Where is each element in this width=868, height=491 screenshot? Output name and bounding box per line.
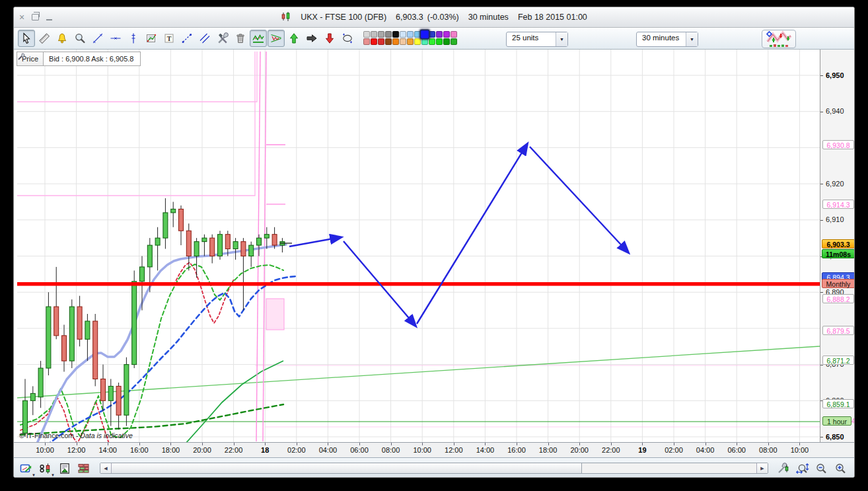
- chart-scrollbar[interactable]: ◀ ▶: [100, 463, 768, 474]
- drawn-arrow[interactable]: [289, 237, 341, 246]
- drawing-tools-button[interactable]: [214, 30, 231, 47]
- horizontal-line-button[interactable]: [107, 30, 124, 47]
- candle-down: [241, 242, 246, 256]
- time-tick-label: 06:00: [350, 446, 369, 454]
- drawn-arrow[interactable]: [530, 147, 628, 252]
- color-swatch[interactable]: [407, 31, 414, 38]
- color-swatch[interactable]: [414, 38, 421, 45]
- trash-button[interactable]: [232, 30, 249, 47]
- time-tick-label: 10:00: [413, 446, 431, 454]
- color-swatch[interactable]: [436, 31, 443, 38]
- time-tick: [359, 443, 360, 445]
- candle-style-button[interactable]: ▼: [37, 460, 54, 477]
- arrow-right-black-button[interactable]: [303, 30, 320, 47]
- vertical-line-button[interactable]: [125, 30, 142, 47]
- color-swatch[interactable]: [371, 31, 377, 38]
- window-titlebar: × UKX - FTSE 100 (DFB) 6,903.3 (-0.03%) …: [14, 7, 854, 28]
- scroll-left-icon[interactable]: ◀: [100, 463, 112, 473]
- restore-window-icon[interactable]: [32, 14, 39, 20]
- window-title: UKX - FTSE 100 (DFB) 6,903.3 (-0.03%) 30…: [14, 7, 854, 27]
- zoom-magnifier-button[interactable]: [71, 30, 89, 47]
- color-swatch[interactable]: [429, 31, 435, 38]
- color-swatch[interactable]: [371, 38, 377, 45]
- color-swatch[interactable]: [392, 31, 399, 38]
- color-swatch[interactable]: [451, 38, 457, 45]
- indicator-chart-button[interactable]: [143, 30, 160, 47]
- price-tick-label: 6,910: [826, 215, 844, 224]
- color-swatch[interactable]: [443, 38, 450, 45]
- color-swatch[interactable]: [407, 38, 414, 45]
- pointer-icon: [20, 32, 32, 44]
- pointer-button[interactable]: [18, 30, 35, 47]
- chart-plot-area[interactable]: Price Bid : 6,900.8 Ask : 6,905.8 © IT-F…: [17, 50, 820, 443]
- level-label-pink: 6,914.3: [822, 200, 854, 209]
- color-swatch[interactable]: [400, 38, 406, 45]
- news-document-button[interactable]: [56, 460, 73, 477]
- pattern-detection-button[interactable]: [762, 30, 796, 48]
- price-tick: [820, 292, 823, 293]
- green-trendline-steep: [186, 361, 283, 443]
- depth-bricks-button[interactable]: [75, 460, 92, 477]
- zigzag-mode-button[interactable]: [250, 30, 267, 47]
- price-chart-canvas[interactable]: [17, 50, 820, 443]
- ruler-button[interactable]: [36, 30, 53, 47]
- dashed-arrow-button[interactable]: [178, 30, 196, 47]
- vertical-line-icon: [127, 32, 139, 44]
- time-tick: [108, 443, 108, 445]
- arrow-up-green-button[interactable]: [285, 30, 303, 47]
- zoom-fit-button[interactable]: [794, 460, 811, 477]
- color-swatch[interactable]: [363, 38, 370, 45]
- time-tick-label: 14:00: [476, 446, 495, 454]
- trend-line-button[interactable]: [89, 30, 106, 47]
- chart-export-button[interactable]: ▼: [18, 460, 35, 477]
- color-swatch[interactable]: [429, 38, 435, 45]
- pattern-mode-button[interactable]: [268, 30, 285, 47]
- zoom-out-magnifier-button[interactable]: [813, 460, 830, 477]
- minimize-window-icon[interactable]: [46, 19, 52, 21]
- color-swatch[interactable]: [443, 31, 450, 38]
- arrow-down-red-button[interactable]: [321, 30, 338, 47]
- time-tick-label: 08:00: [382, 446, 400, 454]
- scrollbar-thumb[interactable]: [112, 463, 582, 473]
- scroll-right-icon[interactable]: ▶: [756, 463, 768, 473]
- title-change: (-0.03%): [427, 13, 459, 22]
- price-axis[interactable]: 6,9506,9406,9206,9106,9006,8906,8706,860…: [820, 50, 855, 443]
- zoom-in-magnifier-button[interactable]: [832, 460, 850, 477]
- color-swatch[interactable]: [378, 31, 384, 38]
- chevron-down-icon: ▼: [32, 473, 36, 477]
- pink-vertical-line: [256, 52, 260, 441]
- chevron-down-icon[interactable]: ▼: [556, 32, 567, 46]
- color-swatch[interactable]: [363, 31, 370, 38]
- color-swatch[interactable]: [421, 38, 428, 45]
- price-series-button[interactable]: Price: [17, 52, 44, 65]
- close-window-icon[interactable]: ×: [19, 13, 24, 22]
- color-swatch[interactable]: [392, 38, 399, 45]
- time-tick: [328, 443, 328, 445]
- text-tool-button[interactable]: T: [161, 30, 178, 47]
- time-tick-label: 18:00: [162, 446, 180, 454]
- chart-settings-button[interactable]: [775, 460, 792, 477]
- chevron-down-icon[interactable]: ▼: [686, 32, 698, 46]
- time-tick-label: 22:00: [602, 446, 620, 454]
- alarm-bell-button[interactable]: [54, 30, 71, 47]
- color-swatch[interactable]: [436, 38, 443, 45]
- color-swatch[interactable]: [385, 38, 392, 45]
- timeframe-dropdown[interactable]: 30 minutes ▼: [636, 32, 698, 47]
- time-tick-label: 06:00: [727, 446, 746, 454]
- price-tick-label: 6,850: [826, 433, 844, 441]
- color-swatch[interactable]: [385, 31, 392, 38]
- trash-icon: [235, 32, 246, 44]
- arrow-down-red-icon: [324, 32, 336, 44]
- color-swatch[interactable]: [378, 38, 384, 45]
- ellipse-tool-button[interactable]: [339, 30, 356, 47]
- color-swatch[interactable]: [400, 31, 406, 38]
- color-swatch[interactable]: [451, 31, 457, 38]
- drawn-arrow[interactable]: [417, 144, 527, 324]
- candle-up: [69, 307, 74, 361]
- time-axis[interactable]: 10:0012:0014:0016:0018:0020:0022:001802:…: [14, 442, 855, 457]
- units-dropdown[interactable]: 25 units ▼: [506, 32, 568, 47]
- level-label-last-price: 6,903.3: [822, 239, 855, 248]
- parallel-lines-button[interactable]: [196, 30, 213, 47]
- color-swatch[interactable]: [420, 30, 430, 40]
- time-tick-label: 08:00: [759, 446, 778, 454]
